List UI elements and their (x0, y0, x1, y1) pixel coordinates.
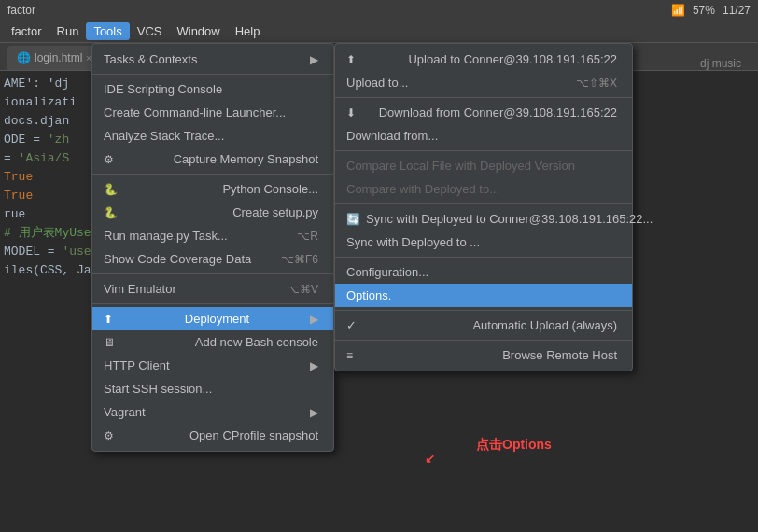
menu-auto-upload[interactable]: ✓ Automatic Upload (always) (335, 314, 632, 337)
menu-options-label: Options. (346, 288, 391, 302)
menu-compare-deployed-label: Compare with Deployed to... (346, 182, 499, 196)
menu-ide-scripting[interactable]: IDE Scripting Console (92, 77, 333, 101)
menu-cmdline-launcher[interactable]: Create Command-line Launcher... (92, 101, 333, 124)
menu-vim-label: Vim Emulator (104, 282, 176, 296)
menu-cmdline-label: Create Command-line Launcher... (104, 105, 286, 119)
menu-download-from-server[interactable]: ⬇ Download from Conner@39.108.191.165:22 (335, 101, 632, 124)
download-icon: ⬇ (346, 106, 361, 119)
menu-ssh-label: Start SSH session... (104, 382, 212, 396)
deploy-divider-3 (335, 203, 632, 204)
menu-divider-3 (92, 273, 333, 274)
capture-memory-icon: ⚙ (104, 153, 119, 166)
deploy-divider-4 (335, 257, 632, 258)
menu-ssh-session[interactable]: Start SSH session... (92, 377, 333, 400)
menu-analyze-stack[interactable]: Analyze Stack Trace... (92, 124, 333, 147)
run-manage-shortcut: ⌥R (297, 230, 318, 243)
coverage-shortcut: ⌥⌘F6 (281, 253, 318, 266)
wifi-icon: 📶 (671, 4, 685, 17)
menu-download-from[interactable]: Download from... (335, 124, 632, 147)
menu-item-vcs[interactable]: VCS (130, 22, 170, 40)
menu-auto-upload-label: Automatic Upload (always) (472, 318, 617, 332)
menu-sync-deployed-to[interactable]: Sync with Deployed to ... (335, 231, 632, 254)
menu-vim-emulator[interactable]: Vim Emulator ⌥⌘V (92, 277, 333, 301)
cprofile-icon: ⚙ (104, 429, 119, 442)
mac-bar: factor 📶 57% 11/27 (0, 0, 758, 21)
menu-python-console[interactable]: 🐍 Python Console... (92, 177, 333, 201)
tab-login-label: login.html (35, 51, 82, 64)
menu-item-tools[interactable]: Tools (86, 22, 129, 40)
deployment-icon: ⬆ (104, 313, 119, 326)
menu-divider-1 (92, 74, 333, 75)
menu-tasks-label: Tasks & Contexts (104, 52, 197, 66)
menu-upload-to[interactable]: Upload to... ⌥⇧⌘X (335, 71, 632, 94)
bash-console-icon: 🖥 (104, 336, 119, 349)
tab-login-icon: 🌐 (17, 51, 31, 64)
menu-upload-to-server[interactable]: ⬆ Upload to Conner@39.108.191.165:22 (335, 48, 632, 71)
app-menu-bar: factor Run Tools VCS Window Help (0, 21, 758, 43)
vagrant-arrow-icon: ▶ (310, 406, 318, 419)
create-setup-icon: 🐍 (104, 206, 119, 219)
menu-item-run[interactable]: Run (49, 22, 87, 40)
menu-item-help[interactable]: Help (228, 22, 268, 40)
menu-bash-label: Add new Bash console (195, 335, 318, 349)
menu-item-window[interactable]: Window (169, 22, 227, 40)
deploy-divider-2 (335, 150, 632, 151)
menu-capture-memory[interactable]: ⚙ Capture Memory Snapshot (92, 147, 333, 171)
menu-sync-deployed-server[interactable]: 🔄 Sync with Deployed to Conner@39.108.19… (335, 207, 632, 231)
menu-cprofile-label: Open CProfile snapshot (190, 428, 318, 442)
menu-compare-local: Compare Local File with Deployed Version (335, 154, 632, 177)
menu-divider-4 (92, 303, 333, 304)
menu-item-factor[interactable]: factor (4, 22, 49, 40)
menu-tasks-contexts[interactable]: Tasks & Contexts ▶ (92, 48, 333, 71)
menu-browse-label: Browse Remote Host (502, 348, 617, 362)
tasks-arrow-icon: ▶ (310, 53, 318, 66)
app-name-label: factor (7, 4, 35, 17)
deployment-submenu: ⬆ Upload to Conner@39.108.191.165:22 Upl… (334, 43, 633, 371)
menu-http-client[interactable]: HTTP Client ▶ (92, 354, 333, 377)
http-arrow-icon: ▶ (310, 359, 318, 372)
menu-compare-deployed: Compare with Deployed to... (335, 177, 632, 201)
menu-deployment-label: Deployment (185, 312, 249, 326)
browse-remote-icon: ≡ (346, 349, 361, 362)
menu-vagrant[interactable]: Vagrant ▶ (92, 400, 333, 424)
menu-create-setup[interactable]: 🐍 Create setup.py (92, 201, 333, 224)
menu-compare-local-label: Compare Local File with Deployed Version (346, 159, 575, 173)
mac-bar-right: 📶 57% 11/27 (671, 4, 751, 17)
menu-vagrant-label: Vagrant (104, 405, 146, 419)
menu-download-label: Download from Conner@39.108.191.165:22 (379, 105, 617, 119)
upload-to-shortcut: ⌥⇧⌘X (576, 77, 617, 90)
upload-icon: ⬆ (346, 53, 361, 66)
menu-upload-label: Upload to Conner@39.108.191.165:22 (408, 52, 617, 66)
menu-sync-to-label: Sync with Deployed to ... (346, 235, 480, 249)
tab-login[interactable]: 🌐 login.html × (7, 46, 101, 70)
menu-sync-label: Sync with Deployed to Conner@39.108.191.… (366, 212, 653, 226)
menu-python-console-label: Python Console... (222, 182, 318, 196)
menu-coverage-label: Show Code Coverage Data (104, 252, 251, 266)
time-label: 11/27 (723, 4, 751, 17)
deploy-divider-1 (335, 97, 632, 98)
menu-download-from-label: Download from... (346, 129, 438, 143)
menu-create-setup-label: Create setup.py (232, 205, 318, 219)
menu-deployment[interactable]: ⬆ Deployment ▶ (92, 307, 333, 330)
menu-options[interactable]: Options. (335, 284, 632, 307)
menu-configuration[interactable]: Configuration... (335, 260, 632, 284)
tools-dropdown-menu: Tasks & Contexts ▶ IDE Scripting Console… (91, 43, 334, 452)
menu-upload-to-label: Upload to... (346, 76, 409, 90)
vim-shortcut: ⌥⌘V (287, 283, 318, 296)
tab-badge: dj music (691, 57, 751, 70)
tab-badge-label: dj music (700, 57, 741, 70)
menu-bash-console[interactable]: 🖥 Add new Bash console (92, 330, 333, 354)
python-console-icon: 🐍 (104, 183, 119, 196)
menu-code-coverage[interactable]: Show Code Coverage Data ⌥⌘F6 (92, 247, 333, 271)
menu-config-label: Configuration... (346, 265, 428, 279)
checkmark-icon: ✓ (346, 318, 357, 332)
menu-http-label: HTTP Client (104, 358, 170, 372)
menu-cprofile[interactable]: ⚙ Open CProfile snapshot (92, 424, 333, 447)
menu-run-manage-label: Run manage.py Task... (104, 229, 228, 243)
battery-label: 57% (693, 4, 715, 17)
deployment-arrow-icon: ▶ (310, 313, 318, 326)
menu-divider-2 (92, 174, 333, 175)
mac-bar-left: factor (7, 4, 35, 17)
menu-run-manage[interactable]: Run manage.py Task... ⌥R (92, 224, 333, 247)
menu-browse-remote[interactable]: ≡ Browse Remote Host (335, 343, 632, 367)
